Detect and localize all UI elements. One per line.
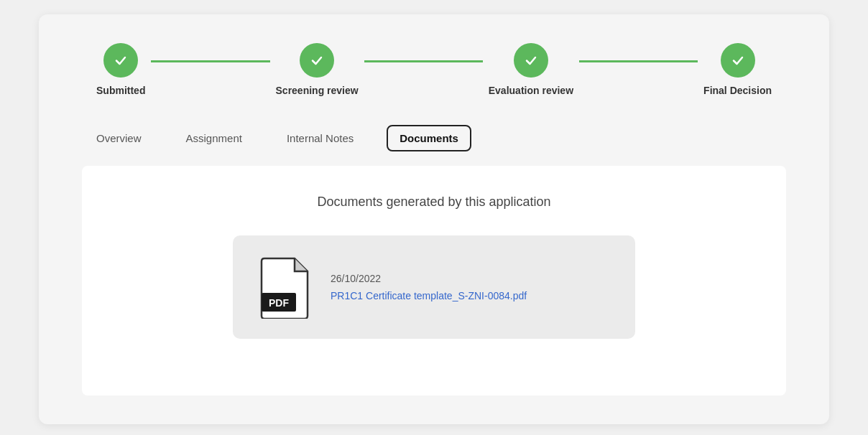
pdf-icon: PDF — [259, 256, 310, 319]
step-label-evaluation: Evaluation review — [489, 85, 573, 96]
document-info: 26/10/2022 PR1C1 Certificate template_S-… — [331, 273, 527, 301]
step-circle-final — [721, 43, 755, 78]
connector-3 — [579, 60, 698, 62]
content-title: Documents generated by this application — [103, 195, 765, 210]
step-screening: Screening review — [276, 43, 359, 96]
tab-overview[interactable]: Overview — [85, 126, 153, 150]
step-circle-screening — [300, 43, 334, 78]
step-circle-submitted — [103, 43, 138, 78]
step-evaluation: Evaluation review — [489, 43, 573, 96]
step-label-submitted: Submitted — [96, 85, 145, 96]
document-link[interactable]: PR1C1 Certificate template_S-ZNI-0084.pd… — [331, 290, 527, 301]
document-date: 26/10/2022 — [331, 273, 527, 284]
step-label-final: Final Decision — [703, 85, 772, 96]
connector-2 — [364, 60, 483, 62]
step-final: Final Decision — [703, 43, 772, 96]
tab-documents[interactable]: Documents — [387, 125, 471, 151]
connector-1 — [151, 60, 269, 62]
tab-internal-notes[interactable]: Internal Notes — [275, 126, 365, 150]
svg-text:PDF: PDF — [269, 297, 289, 309]
step-circle-evaluation — [514, 43, 548, 78]
step-submitted: Submitted — [96, 43, 145, 96]
document-card: PDF 26/10/2022 PR1C1 Certificate templat… — [233, 235, 635, 339]
tab-bar: Overview Assignment Internal Notes Docum… — [82, 125, 786, 151]
content-area: Documents generated by this application … — [82, 166, 786, 396]
step-label-screening: Screening review — [276, 85, 359, 96]
progress-stepper: Submitted Screening review Evaluation re… — [82, 43, 786, 96]
tab-assignment[interactable]: Assignment — [175, 126, 254, 150]
main-card: Submitted Screening review Evaluation re… — [39, 14, 829, 424]
